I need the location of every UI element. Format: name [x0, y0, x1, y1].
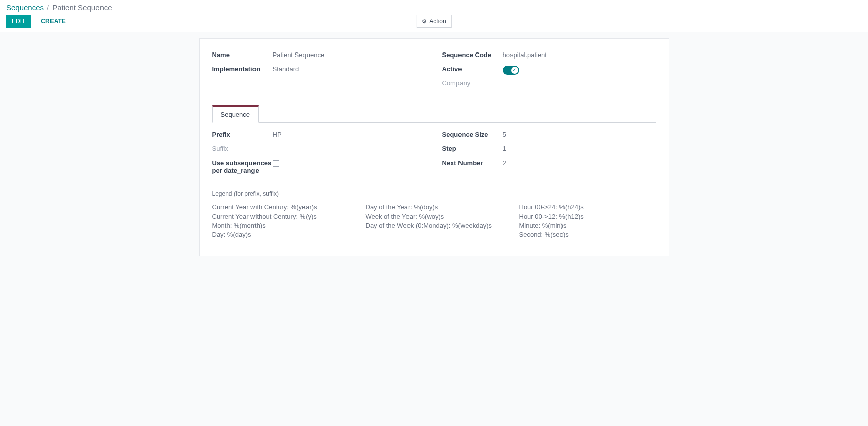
legend-columns: Current Year with Century: %(year)s Curr…	[212, 203, 656, 240]
legend-item: Day of the Week (0:Monday): %(weekday)s	[366, 222, 503, 229]
action-button-label: Action	[429, 18, 446, 25]
use-subsequences-checkbox[interactable]	[273, 160, 279, 167]
active-toggle[interactable]: ✓	[503, 66, 519, 75]
step-value: 1	[503, 145, 506, 152]
legend-item: Second: %(sec)s	[519, 231, 656, 238]
legend-item: Hour 00->24: %(h24)s	[519, 203, 656, 211]
sequence-code-value: hospital.patient	[503, 51, 547, 59]
legend-item: Current Year with Century: %(year)s	[212, 203, 349, 211]
create-button[interactable]: CREATE	[37, 15, 69, 27]
legend-item: Week of the Year: %(woy)s	[366, 212, 503, 220]
name-value: Patient Sequence	[273, 51, 325, 59]
legend-item: Day: %(day)s	[212, 231, 349, 238]
tab-sequence[interactable]: Sequence	[212, 105, 259, 123]
edit-button[interactable]: EDIT	[6, 15, 31, 28]
use-subsequences-label: Use subsequences per date_range	[212, 159, 273, 174]
next-number-label: Next Number	[442, 159, 503, 167]
suffix-label: Suffix	[212, 145, 273, 152]
check-icon: ✓	[511, 67, 518, 74]
implementation-label: Implementation	[212, 65, 273, 73]
sequence-code-label: Sequence Code	[442, 51, 503, 59]
breadcrumb-parent[interactable]: Sequences	[6, 3, 44, 12]
next-number-value: 2	[503, 159, 506, 167]
prefix-label: Prefix	[212, 131, 273, 138]
legend-item: Month: %(month)s	[212, 222, 349, 229]
form-sheet: Name Patient Sequence Implementation Sta…	[199, 38, 669, 256]
prefix-value: HP	[273, 131, 282, 138]
tabs: Sequence	[212, 105, 656, 123]
legend-item: Day of the Year: %(doy)s	[366, 203, 503, 211]
legend-title: Legend (for prefix, suffix)	[212, 190, 656, 197]
sequence-size-label: Sequence Size	[442, 131, 503, 138]
breadcrumb-current: Patient Sequence	[52, 3, 112, 12]
sequence-size-value: 5	[503, 131, 506, 138]
active-label: Active	[442, 65, 503, 73]
name-label: Name	[212, 51, 273, 59]
step-label: Step	[442, 145, 503, 152]
action-button[interactable]: ⚙ Action	[416, 15, 451, 28]
breadcrumb-separator: /	[47, 3, 49, 12]
breadcrumb: Sequences / Patient Sequence	[6, 3, 862, 12]
legend-item: Minute: %(min)s	[519, 222, 656, 229]
company-label: Company	[442, 79, 503, 87]
gear-icon: ⚙	[422, 19, 427, 24]
legend-item: Current Year without Century: %(y)s	[212, 212, 349, 220]
legend-item: Hour 00->12: %(h12)s	[519, 212, 656, 220]
implementation-value: Standard	[273, 65, 299, 73]
